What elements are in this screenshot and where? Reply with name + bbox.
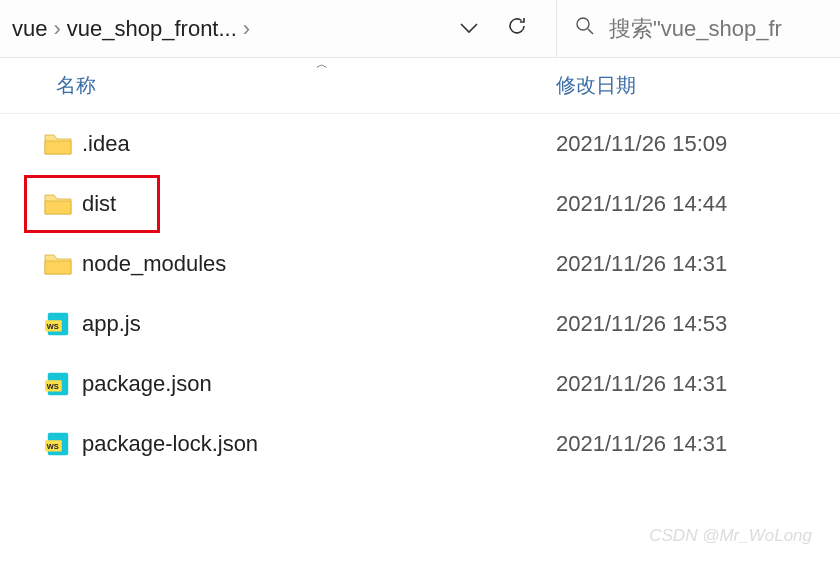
file-row[interactable]: WSapp.js2021/11/26 14:53 xyxy=(0,294,840,354)
file-date: 2021/11/26 14:31 xyxy=(556,371,727,397)
address-toolbar: vue › vue_shop_front... › 搜索"vue_shop_fr xyxy=(0,0,840,58)
folder-icon xyxy=(0,131,82,157)
file-row[interactable]: WSpackage.json2021/11/26 14:31 xyxy=(0,354,840,414)
file-date: 2021/11/26 14:31 xyxy=(556,431,727,457)
file-icon: WS xyxy=(0,371,82,397)
file-date: 2021/11/26 14:31 xyxy=(556,251,727,277)
file-date: 2021/11/26 14:53 xyxy=(556,311,727,337)
column-headers: ︿ 名称 修改日期 xyxy=(0,58,840,114)
search-placeholder: 搜索"vue_shop_fr xyxy=(609,14,782,44)
refresh-icon[interactable] xyxy=(506,15,528,42)
breadcrumb-item[interactable]: vue_shop_front... xyxy=(67,16,237,42)
svg-text:WS: WS xyxy=(47,382,59,391)
file-name: node_modules xyxy=(82,251,556,277)
search-input[interactable]: 搜索"vue_shop_fr xyxy=(556,0,840,57)
file-icon: WS xyxy=(0,431,82,457)
file-list: .idea2021/11/26 15:09dist2021/11/26 14:4… xyxy=(0,114,840,474)
svg-line-1 xyxy=(588,29,593,34)
svg-text:WS: WS xyxy=(47,442,59,451)
file-date: 2021/11/26 14:44 xyxy=(556,191,727,217)
file-date: 2021/11/26 15:09 xyxy=(556,131,727,157)
chevron-right-icon: › xyxy=(53,16,60,42)
sort-indicator-icon: ︿ xyxy=(316,56,328,73)
svg-text:WS: WS xyxy=(47,322,59,331)
file-name: dist xyxy=(82,191,556,217)
file-row[interactable]: node_modules2021/11/26 14:31 xyxy=(0,234,840,294)
file-name: package.json xyxy=(82,371,556,397)
folder-icon xyxy=(0,251,82,277)
file-row[interactable]: dist2021/11/26 14:44 xyxy=(0,174,840,234)
search-icon xyxy=(575,16,595,42)
breadcrumb[interactable]: vue › vue_shop_front... › xyxy=(0,16,432,42)
file-row[interactable]: WSpackage-lock.json2021/11/26 14:31 xyxy=(0,414,840,474)
column-header-date[interactable]: 修改日期 xyxy=(556,72,636,99)
file-icon: WS xyxy=(0,311,82,337)
nav-buttons xyxy=(432,15,556,42)
file-name: app.js xyxy=(82,311,556,337)
dropdown-icon[interactable] xyxy=(460,18,478,39)
file-name: .idea xyxy=(82,131,556,157)
chevron-right-icon: › xyxy=(243,16,250,42)
file-name: package-lock.json xyxy=(82,431,556,457)
file-row[interactable]: .idea2021/11/26 15:09 xyxy=(0,114,840,174)
breadcrumb-item[interactable]: vue xyxy=(12,16,47,42)
svg-point-0 xyxy=(577,18,589,30)
column-header-name[interactable]: 名称 xyxy=(0,72,556,99)
folder-icon xyxy=(0,191,82,217)
